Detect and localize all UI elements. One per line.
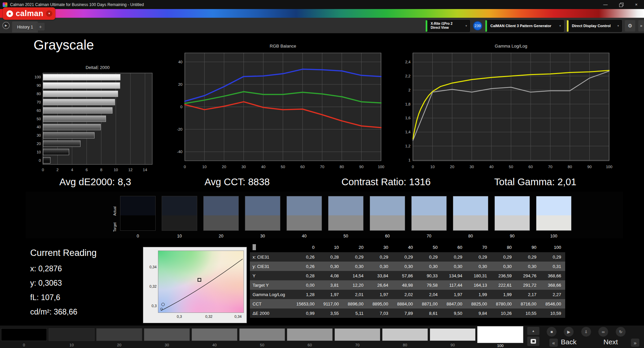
close-icon: × [635, 2, 638, 7]
cie-plot-area [158, 251, 244, 313]
window-controls: — × [598, 0, 644, 9]
meter-count-badge[interactable]: 239 [473, 21, 482, 30]
play-icon: ▶ [567, 330, 570, 334]
svg-text:RGB Balance: RGB Balance [270, 44, 296, 49]
grayscale-swatch: 60 [370, 196, 405, 238]
svg-text:50: 50 [37, 117, 41, 121]
table-column-header: 30 [368, 242, 392, 252]
table-cell: 368,66 [540, 271, 565, 280]
pattern-patch-100[interactable]: 100 [477, 328, 523, 348]
table-cell: 10,59 [540, 308, 565, 318]
refresh-button[interactable]: ↻ [615, 327, 626, 337]
table-cell: 0,29 [343, 252, 368, 262]
swatch-target-color [120, 215, 156, 231]
pattern-patch-70[interactable]: 70 [334, 328, 380, 348]
table-cell: 0,30 [442, 262, 467, 271]
target-whitepoint-marker [198, 278, 201, 282]
swatch-target-color [162, 215, 197, 231]
cie-y-tick: 0,34 [144, 265, 157, 269]
table-cell: 0,00 [291, 280, 319, 290]
last-page-button[interactable]: » [631, 338, 640, 347]
pattern-patch-80[interactable]: 80 [382, 328, 428, 348]
cie-chart: 0,34 0,32 0,3 0,3 0,32 0,34 [143, 247, 247, 323]
grayscale-data-table: 0102030405060708090100x: CIE310,260,280,… [250, 242, 565, 318]
svg-text:30: 30 [241, 165, 246, 169]
svg-text:2: 2 [409, 88, 411, 92]
save-button[interactable]: ⇩ [581, 327, 591, 337]
table-cell: 0,29 [442, 252, 467, 262]
minimize-button[interactable]: — [598, 0, 613, 9]
settings-button[interactable]: ⚙ [625, 20, 635, 31]
display-control-dropdown[interactable]: Direct Display Control ▼ [567, 20, 622, 32]
back-button[interactable]: Back [561, 338, 577, 346]
swatch-actual-color [494, 196, 530, 215]
history-nav-button[interactable]: ▶ [2, 22, 10, 29]
patch-label: 80 [382, 343, 428, 347]
patch-color [430, 328, 476, 341]
next-button[interactable]: Next [603, 338, 618, 346]
table-cell: 2,04 [417, 290, 442, 299]
table-cell: 180,31 [466, 271, 491, 280]
pattern-patch-90[interactable]: 90 [430, 328, 476, 348]
swatch-actual-color [286, 196, 322, 215]
svg-text:30: 30 [470, 165, 474, 169]
table-cell: 0,29 [466, 252, 491, 262]
svg-text:50: 50 [509, 165, 513, 169]
table-column-header: 70 [466, 242, 491, 252]
pattern-patch-10[interactable]: 10 [49, 328, 95, 348]
svg-text:10: 10 [37, 150, 41, 154]
eject-icon: ▲ [532, 329, 535, 333]
table-cell: 3,55 [319, 308, 343, 318]
continuous-read-button[interactable]: ∞ [598, 327, 608, 337]
tab-history-1[interactable]: History 1 [12, 21, 38, 32]
pattern-patch-60[interactable]: 60 [287, 328, 333, 348]
first-page-button[interactable]: « [549, 338, 558, 347]
patch-label: 20 [96, 343, 142, 347]
pattern-patch-20[interactable]: 20 [96, 328, 142, 348]
stop-button[interactable]: ■ [546, 327, 557, 337]
add-tab-button[interactable]: + [36, 23, 45, 30]
table-cell: 1,28 [291, 290, 319, 299]
table-cell: 0,31 [540, 262, 565, 271]
restore-button[interactable] [613, 0, 629, 9]
swatch-target-color [370, 215, 405, 231]
meter-dropdown-text: X-Rite i1Pro 2 Direct View [431, 22, 452, 30]
svg-text:70: 70 [37, 100, 41, 104]
deltae-chart: DeltaE 200002468101214100908070605040302… [30, 64, 157, 176]
table-column-header: 80 [491, 242, 516, 252]
table-row-label: Y [250, 271, 291, 280]
svg-text:0: 0 [180, 105, 182, 109]
table-cell: 9117,00 [319, 299, 343, 308]
calman-wordmark: calman [16, 9, 43, 18]
svg-text:2,4: 2,4 [405, 60, 411, 64]
svg-text:90: 90 [359, 165, 364, 169]
pattern-patch-40[interactable]: 40 [192, 328, 237, 348]
calman-window: Calman 2021 Calman Ultimate for Business… [0, 0, 644, 348]
table-cell: 8847,00 [442, 299, 467, 308]
pattern-generator-dropdown[interactable]: CalMAN Client 3 Pattern Generator ▼ [485, 20, 564, 32]
pattern-window-eject-button[interactable]: ▲ [527, 327, 540, 335]
svg-text:0: 0 [184, 165, 186, 169]
pattern-patch-50[interactable]: 50 [239, 328, 285, 348]
save-icon: ⇩ [584, 330, 588, 334]
svg-text:100: 100 [378, 165, 384, 169]
measured-point-marker [160, 308, 163, 310]
toolbar-overflow-button[interactable]: » [638, 20, 644, 31]
table-column-header: 60 [442, 242, 467, 252]
table-cell: 0,29 [417, 252, 442, 262]
app-icon [3, 2, 7, 7]
meter-dropdown[interactable]: X-Rite i1Pro 2 Direct View ▼ [426, 20, 470, 32]
cie-x-tick: 0,32 [205, 315, 212, 319]
cie-y-tick: 0,32 [144, 284, 157, 288]
pattern-patch-0[interactable]: 0 [1, 328, 47, 348]
table-cell: 10,55 [516, 308, 541, 318]
calman-logo-menu[interactable]: calman ▼ [3, 7, 55, 20]
svg-text:-20: -20 [177, 127, 182, 131]
table-column-header: 50 [417, 242, 442, 252]
close-button[interactable]: × [629, 0, 644, 9]
play-button[interactable]: ▶ [564, 327, 574, 337]
pattern-window-toggle-button[interactable] [527, 336, 540, 346]
pattern-patch-30[interactable]: 30 [144, 328, 190, 348]
svg-text:14: 14 [143, 168, 147, 172]
patch-label: 50 [239, 343, 285, 347]
